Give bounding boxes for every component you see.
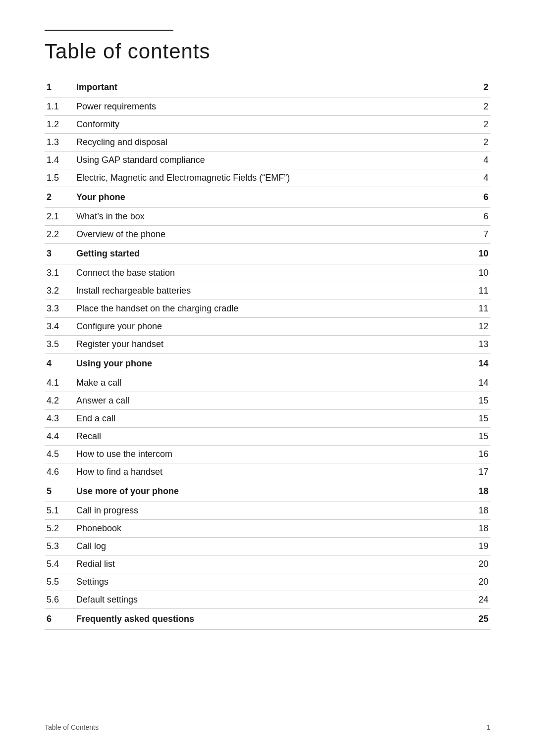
item-title: Connect the base station bbox=[74, 264, 471, 282]
toc-item: 5.5 Settings 20 bbox=[45, 573, 490, 591]
item-title: Configure your phone bbox=[74, 318, 471, 336]
toc-item: 1.5 Electric, Magnetic and Electromagnet… bbox=[45, 169, 490, 187]
section-title: Getting started bbox=[74, 244, 471, 264]
toc-item: 5.1 Call in progress 18 bbox=[45, 502, 490, 520]
item-page: 2 bbox=[471, 116, 490, 134]
item-title: Recycling and disposal bbox=[74, 134, 471, 151]
section-title: Using your phone bbox=[74, 353, 471, 374]
item-num: 5.4 bbox=[45, 555, 74, 573]
item-title: Place the handset on the charging cradle bbox=[74, 300, 471, 318]
section-page: 25 bbox=[471, 609, 490, 630]
item-page: 18 bbox=[471, 502, 490, 520]
item-title: Recall bbox=[74, 428, 471, 446]
item-num: 4.5 bbox=[45, 446, 74, 463]
item-num: 5.1 bbox=[45, 502, 74, 520]
item-title: Default settings bbox=[74, 591, 471, 609]
toc-section-header: 1 Important 2 bbox=[45, 77, 490, 98]
footer-page: 1 bbox=[486, 723, 490, 731]
section-num: 2 bbox=[45, 187, 74, 208]
item-num: 3.5 bbox=[45, 336, 74, 353]
item-title: Phonebook bbox=[74, 520, 471, 538]
section-title: Important bbox=[74, 77, 471, 98]
toc-item: 1.3 Recycling and disposal 2 bbox=[45, 134, 490, 151]
section-num: 6 bbox=[45, 609, 74, 630]
toc-table: 1 Important 2 1.1 Power requirements 2 1… bbox=[45, 77, 490, 630]
item-num: 1.1 bbox=[45, 98, 74, 116]
item-num: 1.5 bbox=[45, 169, 74, 187]
toc-item: 1.4 Using GAP standard compliance 4 bbox=[45, 151, 490, 169]
toc-section-header: 5 Use more of your phone 18 bbox=[45, 481, 490, 502]
toc-item: 5.6 Default settings 24 bbox=[45, 591, 490, 609]
section-page: 14 bbox=[471, 353, 490, 374]
section-page: 2 bbox=[471, 77, 490, 98]
section-title: Your phone bbox=[74, 187, 471, 208]
section-title: Frequently asked questions bbox=[74, 609, 471, 630]
toc-section-header: 4 Using your phone 14 bbox=[45, 353, 490, 374]
toc-item: 2.1 What’s in the box 6 bbox=[45, 208, 490, 226]
item-title: Electric, Magnetic and Electromagnetic F… bbox=[74, 169, 471, 187]
toc-item: 5.4 Redial list 20 bbox=[45, 555, 490, 573]
item-num: 4.6 bbox=[45, 463, 74, 481]
item-title: Register your handset bbox=[74, 336, 471, 353]
item-page: 10 bbox=[471, 264, 490, 282]
section-num: 1 bbox=[45, 77, 74, 98]
item-page: 20 bbox=[471, 555, 490, 573]
item-page: 11 bbox=[471, 282, 490, 300]
item-page: 2 bbox=[471, 134, 490, 151]
item-title: Power requirements bbox=[74, 98, 471, 116]
item-num: 3.4 bbox=[45, 318, 74, 336]
item-page: 12 bbox=[471, 318, 490, 336]
toc-item: 3.1 Connect the base station 10 bbox=[45, 264, 490, 282]
item-num: 5.2 bbox=[45, 520, 74, 538]
item-page: 15 bbox=[471, 428, 490, 446]
item-page: 7 bbox=[471, 226, 490, 244]
toc-item: 3.4 Configure your phone 12 bbox=[45, 318, 490, 336]
item-title: Using GAP standard compliance bbox=[74, 151, 471, 169]
toc-item: 4.4 Recall 15 bbox=[45, 428, 490, 446]
item-page: 4 bbox=[471, 151, 490, 169]
item-num: 3.2 bbox=[45, 282, 74, 300]
item-title: Conformity bbox=[74, 116, 471, 134]
item-title: Make a call bbox=[74, 374, 471, 392]
footer-label: Table of Contents bbox=[45, 723, 99, 731]
item-title: Call in progress bbox=[74, 502, 471, 520]
section-num: 3 bbox=[45, 244, 74, 264]
item-page: 6 bbox=[471, 208, 490, 226]
item-page: 11 bbox=[471, 300, 490, 318]
item-title: Overview of the phone bbox=[74, 226, 471, 244]
section-page: 6 bbox=[471, 187, 490, 208]
toc-section-header: 3 Getting started 10 bbox=[45, 244, 490, 264]
item-page: 17 bbox=[471, 463, 490, 481]
toc-item: 4.2 Answer a call 15 bbox=[45, 392, 490, 410]
item-title: Settings bbox=[74, 573, 471, 591]
footer: Table of Contents 1 bbox=[45, 723, 490, 731]
toc-section-header: 2 Your phone 6 bbox=[45, 187, 490, 208]
item-num: 3.3 bbox=[45, 300, 74, 318]
toc-item: 5.2 Phonebook 18 bbox=[45, 520, 490, 538]
item-num: 2.2 bbox=[45, 226, 74, 244]
item-page: 18 bbox=[471, 520, 490, 538]
item-num: 2.1 bbox=[45, 208, 74, 226]
item-num: 4.4 bbox=[45, 428, 74, 446]
toc-item: 4.1 Make a call 14 bbox=[45, 374, 490, 392]
item-num: 3.1 bbox=[45, 264, 74, 282]
item-page: 19 bbox=[471, 538, 490, 555]
item-title: Call log bbox=[74, 538, 471, 555]
toc-item: 2.2 Overview of the phone 7 bbox=[45, 226, 490, 244]
page-title: Table of contents bbox=[45, 40, 490, 63]
section-page: 10 bbox=[471, 244, 490, 264]
item-page: 14 bbox=[471, 374, 490, 392]
item-title: How to find a handset bbox=[74, 463, 471, 481]
item-num: 5.3 bbox=[45, 538, 74, 555]
section-num: 4 bbox=[45, 353, 74, 374]
item-page: 15 bbox=[471, 392, 490, 410]
item-num: 1.2 bbox=[45, 116, 74, 134]
top-rule bbox=[45, 30, 173, 31]
toc-item: 3.3 Place the handset on the charging cr… bbox=[45, 300, 490, 318]
item-num: 5.6 bbox=[45, 591, 74, 609]
toc-item: 3.2 Install rechargeable batteries 11 bbox=[45, 282, 490, 300]
item-page: 20 bbox=[471, 573, 490, 591]
item-title: What’s in the box bbox=[74, 208, 471, 226]
item-num: 4.1 bbox=[45, 374, 74, 392]
item-page: 13 bbox=[471, 336, 490, 353]
